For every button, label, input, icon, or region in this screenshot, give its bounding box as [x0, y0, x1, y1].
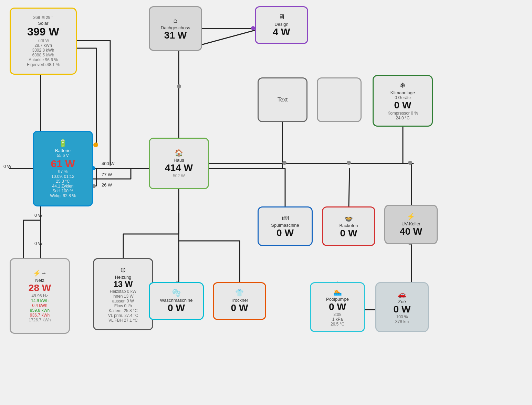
heizung-sub6: VL prim. 27.4 °C [108, 313, 138, 318]
label-400w: 400 W [102, 161, 115, 166]
poolpumpe-sub2: 1 kPa [332, 317, 343, 322]
batterie-main-value: 61 W [51, 158, 75, 169]
batterie-sub5: 44.1 Zyklen [52, 184, 73, 189]
klimaanlage-main-value: 0 W [394, 100, 411, 111]
haus-sub1: 502 W [173, 173, 185, 178]
netz-sub2: 14.9 kWh [31, 298, 49, 303]
klimaanlage-icon: ❄ [400, 81, 406, 89]
solar-sub2: 28.7 kWh [34, 43, 52, 48]
netz-sub3: 0.4 kWh [32, 303, 47, 308]
batterie-sub6: SoH 100 % [52, 189, 73, 193]
design-main-value: 4 W [273, 27, 290, 38]
waschmaschine-icon: 🫧 [172, 289, 181, 297]
spuelmaschine-title: Spülmaschine [271, 223, 299, 228]
heizung-sub1: Heizstab 0 kW [110, 289, 136, 294]
solar-header: 268 ⊞ 29 ° [33, 15, 53, 20]
zoe-main-value: 0 W [394, 304, 411, 315]
dachgeschoss-icon: ⌂ [173, 17, 177, 24]
label-77w: 77 W [102, 172, 112, 177]
label-0w-left: 0 W [3, 164, 11, 169]
batterie-sub3: 10.09. 01:12 [51, 174, 74, 179]
batterie-sub2: 97 % [58, 169, 67, 174]
klimaanlage-sub1: 0 Geräte [395, 95, 411, 100]
trockner-icon: 👕 [235, 289, 244, 297]
poolpumpe-sub1: 3:08 [333, 312, 341, 317]
netz-sub6: 1726.7 kWh [29, 318, 51, 322]
text-label: Text [278, 97, 288, 103]
netz-title: Netz [35, 278, 44, 283]
netz-sub5: 936.7 kWh [30, 313, 50, 318]
solar-sub3: 3302.8 kWh [32, 48, 54, 53]
backofen-title: Backofen [339, 223, 358, 228]
batterie-title: Batterie [55, 148, 71, 153]
uvkeller-icon: ⚡ [407, 212, 415, 221]
netz-icon: ⚡→ [33, 269, 47, 277]
design-icon: 🖥 [278, 13, 285, 21]
solar-main-value: 399 W [27, 26, 59, 38]
batterie-icon: 🔋 [59, 139, 67, 147]
solar-sub4: 6088.5 kWh [32, 53, 54, 57]
netz-sub1: 49.96 Hz [31, 294, 48, 298]
poolpumpe-title: Poolpumpe [326, 297, 349, 302]
poolpumpe-icon: 🏊 [333, 288, 342, 296]
waschmaschine-node: 🫧 Waschmaschine 0 W [149, 282, 204, 320]
empty-node-1 [317, 77, 362, 122]
spuelmaschine-icon: 🍽 [282, 214, 289, 222]
zoe-sub1: 100 % [396, 315, 408, 319]
zoe-node: 🚗 Zoë 0 W 100 % 378 km [375, 282, 429, 332]
solar-sub5: Autarkie 96.6 % [29, 57, 58, 62]
trockner-main-value: 0 W [231, 303, 248, 313]
backofen-node: 🍲 Backofen 0 W [322, 206, 375, 246]
heizung-icon: ⊙ [120, 266, 126, 274]
poolpumpe-node: 🏊 Poolpumpe 0 W 3:08 1 kPa 26.5 °C [310, 282, 365, 332]
uvkeller-node: ⚡ UV-Keller 40 W [384, 205, 438, 244]
zoe-sub2: 378 km [395, 319, 409, 324]
zoe-icon: 🚗 [398, 290, 406, 298]
klimaanlage-node: ❄ Klimaanlage 0 Geräte 0 W Kompressor 0 … [373, 75, 433, 127]
trockner-node: 👕 Trockner 0 W [213, 282, 266, 320]
heizung-sub4: Flow 0 l/h [114, 303, 132, 308]
spuelmaschine-node: 🍽 Spülmaschine 0 W [258, 206, 313, 246]
batterie-sub7: Wirkg. 92.8 % [50, 193, 76, 198]
design-node: 🖥 Design 4 W [255, 6, 308, 44]
design-title: Design [274, 22, 288, 27]
haus-main-value: 414 W [165, 163, 193, 173]
label-26w: 26 W [102, 182, 112, 188]
klimaanlage-title: Klimaanlage [390, 90, 415, 95]
backofen-icon: 🍲 [344, 214, 353, 222]
netz-node: ⚡→ Netz 28 W 49.96 Hz 14.9 kWh 0.4 kWh 8… [10, 258, 70, 334]
zoe-title: Zoë [398, 299, 406, 304]
uvkeller-title: UV-Keller [401, 221, 420, 226]
netz-sub4: 859.8 kWh [30, 308, 50, 313]
haus-title: Haus [174, 158, 184, 163]
netz-main-value: 28 W [29, 283, 51, 294]
batterie-sub1: 55.6 V [57, 153, 69, 158]
klimaanlage-sub2: Kompressor 0 % [387, 111, 418, 116]
text-node: Text [258, 77, 307, 122]
dachgeschoss-node: ⌂ Dachgeschoss 31 W [149, 6, 202, 51]
heizung-sub2: innen 13 W [113, 294, 134, 299]
heizung-title: Heizung [115, 275, 132, 280]
heizung-sub7: VL FBH 27.1 °C [108, 318, 138, 323]
label-0w-lower1: 0 W [34, 213, 42, 218]
klimaanlage-sub3: 24.0 °C [396, 116, 409, 120]
waschmaschine-main-value: 0 W [168, 303, 185, 313]
heizung-sub5: Kältem. 25.8 °C [108, 308, 137, 313]
poolpumpe-main-value: 0 W [329, 302, 346, 312]
heizung-sub3: aussen 0 W [112, 299, 134, 303]
trockner-title: Trockner [231, 298, 248, 303]
haus-node: 🏠 Haus 414 W 502 W [149, 138, 209, 189]
heizung-main-value: 13 W [113, 280, 133, 289]
solar-title: Solar [38, 21, 48, 26]
batterie-sub4: 25.3 °C [56, 179, 70, 184]
poolpumpe-sub3: 26.5 °C [331, 322, 344, 327]
uvkeller-main-value: 40 W [400, 226, 422, 237]
backofen-main-value: 0 W [340, 228, 357, 239]
dachgeschoss-title: Dachgeschoss [161, 25, 190, 30]
heizung-node: ⊙ Heizung 13 W Heizstab 0 kW innen 13 W … [93, 258, 153, 330]
spuelmaschine-main-value: 0 W [277, 228, 294, 238]
solar-sub1: 729 W [37, 38, 49, 43]
waschmaschine-title: Waschmaschine [160, 298, 193, 303]
solar-sub6: Eigenverb.48.1 % [27, 62, 60, 67]
batterie-node: 🔋 Batterie 55.6 V 61 W 97 % 10.09. 01:12… [33, 131, 93, 206]
